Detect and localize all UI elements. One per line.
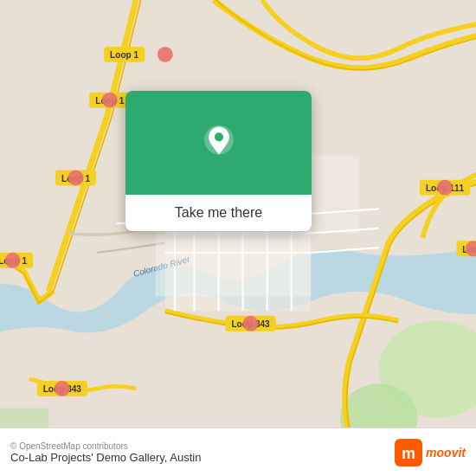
svg-text:m: m (402, 445, 415, 462)
svg-point-43 (243, 316, 259, 331)
popup-button-area: Take me there (125, 195, 312, 231)
copyright-text: © OpenStreetMap contributors (10, 441, 201, 451)
moovit-logo: m moovit (395, 439, 466, 466)
location-name: Co-Lab Projects' Demo Gallery, Austin (10, 451, 201, 464)
svg-point-40 (68, 170, 84, 185)
location-pin-icon (200, 124, 238, 162)
popup-map-preview (125, 91, 312, 195)
map-container: Loop 1 Loop 1 Loop 1 Loop 1 Loop 111 Loo… (0, 0, 476, 476)
svg-text:Loop 1: Loop 1 (110, 50, 138, 60)
svg-point-42 (437, 180, 453, 196)
bottom-left-info: © OpenStreetMap contributors Co-Lab Proj… (10, 441, 201, 464)
svg-point-38 (158, 47, 173, 62)
map-background: Loop 1 Loop 1 Loop 1 Loop 1 Loop 111 Loo… (0, 0, 476, 476)
svg-point-41 (5, 253, 21, 268)
popup-card: Take me there (125, 91, 312, 231)
svg-point-39 (102, 93, 118, 108)
svg-point-48 (214, 132, 222, 141)
moovit-brand-text: moovit (426, 446, 466, 460)
moovit-icon: m (395, 439, 422, 466)
take-me-there-button[interactable]: Take me there (175, 205, 262, 221)
svg-point-44 (55, 381, 70, 396)
bottom-bar: © OpenStreetMap contributors Co-Lab Proj… (0, 428, 476, 476)
